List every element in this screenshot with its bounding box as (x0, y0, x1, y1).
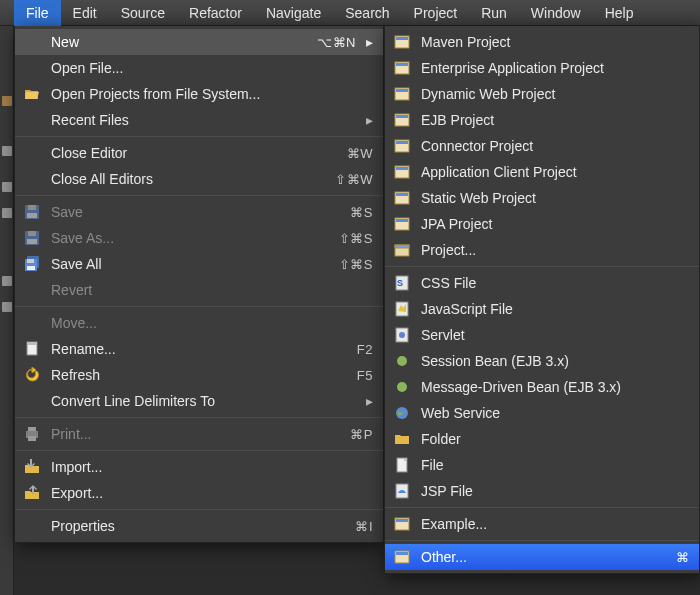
menubar-item-navigate[interactable]: Navigate (254, 0, 333, 26)
wizard-icon (393, 189, 411, 207)
js-file-icon (393, 300, 411, 318)
menu-item-save[interactable]: Save ⌘S (15, 199, 383, 225)
menu-item-label: JSP File (421, 483, 689, 499)
menu-item-recent-files[interactable]: Recent Files ▸ (15, 107, 383, 133)
menu-item-message-driven-bean[interactable]: Message-Driven Bean (EJB 3.x) (385, 374, 699, 400)
blank-icon (23, 314, 41, 332)
servlet-icon (393, 326, 411, 344)
menu-separator (15, 509, 383, 510)
menu-item-revert[interactable]: Revert (15, 277, 383, 303)
menu-item-accelerator: ⌘P (350, 427, 373, 442)
wizard-icon (393, 59, 411, 77)
svg-rect-4 (28, 231, 36, 236)
menubar-item-help[interactable]: Help (593, 0, 646, 26)
menu-separator (15, 450, 383, 451)
menu-item-new[interactable]: New ⌥⌘N ▸ (15, 29, 383, 55)
menu-item-label: Other... (421, 549, 664, 565)
menu-item-label: Recent Files (51, 112, 356, 128)
menu-item-label: Save (51, 204, 338, 220)
svg-rect-9 (27, 266, 35, 270)
menu-item-label: Example... (421, 516, 689, 532)
menu-item-label: Session Bean (EJB 3.x) (421, 353, 689, 369)
import-icon (23, 458, 41, 476)
menu-item-accelerator: F5 (357, 368, 373, 383)
file-menu: New ⌥⌘N ▸ Open File... Open Projects fro… (14, 26, 384, 543)
menu-item-label: File (421, 457, 689, 473)
bean-icon (393, 352, 411, 370)
menu-item-save-all[interactable]: Save All ⇧⌘S (15, 251, 383, 277)
menu-item-properties[interactable]: Properties ⌘I (15, 513, 383, 539)
folder-icon (393, 430, 411, 448)
menu-item-css-file[interactable]: S CSS File (385, 270, 699, 296)
menu-item-accelerator: ⌘W (347, 146, 373, 161)
menubar-item-refactor[interactable]: Refactor (177, 0, 254, 26)
menubar-item-search[interactable]: Search (333, 0, 401, 26)
menu-item-label: Open File... (51, 60, 373, 76)
menu-separator (385, 540, 699, 541)
menu-item-jsp-file[interactable]: JSP File (385, 478, 699, 504)
svg-rect-1 (28, 205, 36, 210)
blank-icon (23, 144, 41, 162)
menu-item-accelerator: ⇧⌘S (339, 231, 373, 246)
menu-item-connector-project[interactable]: Connector Project (385, 133, 699, 159)
menu-item-close-all-editors[interactable]: Close All Editors ⇧⌘W (15, 166, 383, 192)
menu-item-dynamic-web-project[interactable]: Dynamic Web Project (385, 81, 699, 107)
menu-item-js-file[interactable]: JavaScript File (385, 296, 699, 322)
menu-item-convert-line-delimiters[interactable]: Convert Line Delimiters To ▸ (15, 388, 383, 414)
menubar: File Edit Source Refactor Navigate Searc… (0, 0, 700, 26)
menubar-item-project[interactable]: Project (402, 0, 470, 26)
menu-item-jpa-project[interactable]: JPA Project (385, 211, 699, 237)
menu-item-accelerator: ⌘ (676, 550, 690, 565)
svg-rect-5 (27, 239, 37, 244)
menu-item-label: Enterprise Application Project (421, 60, 689, 76)
menu-item-import[interactable]: Import... (15, 454, 383, 480)
menu-separator (15, 195, 383, 196)
menu-item-app-client-project[interactable]: Application Client Project (385, 159, 699, 185)
menu-item-print[interactable]: Print... ⌘P (15, 421, 383, 447)
menu-item-maven-project[interactable]: Maven Project (385, 29, 699, 55)
menubar-item-run[interactable]: Run (469, 0, 519, 26)
submenu-arrow-icon: ▸ (366, 112, 373, 128)
menu-item-open-projects-fs[interactable]: Open Projects from File System... (15, 81, 383, 107)
svg-point-30 (397, 382, 407, 392)
menu-item-example[interactable]: Example... (385, 511, 699, 537)
menu-separator (385, 507, 699, 508)
menu-item-servlet[interactable]: Servlet (385, 322, 699, 348)
menubar-item-source[interactable]: Source (109, 0, 177, 26)
folder-open-icon (23, 85, 41, 103)
menubar-item-file[interactable]: File (14, 0, 61, 26)
menu-item-label: Maven Project (421, 34, 689, 50)
menu-item-file[interactable]: File (385, 452, 699, 478)
menu-item-label: Folder (421, 431, 689, 447)
jsp-file-icon (393, 482, 411, 500)
menu-item-folder[interactable]: Folder (385, 426, 699, 452)
menu-item-move[interactable]: Move... (15, 310, 383, 336)
menu-item-close-editor[interactable]: Close Editor ⌘W (15, 140, 383, 166)
menu-item-other[interactable]: Other... ⌘ (385, 544, 699, 570)
menubar-item-window[interactable]: Window (519, 0, 593, 26)
menu-item-label: JPA Project (421, 216, 689, 232)
menu-item-rename[interactable]: Rename... F2 (15, 336, 383, 362)
menu-item-ejb-project[interactable]: EJB Project (385, 107, 699, 133)
menu-item-label: Properties (51, 518, 343, 534)
menu-item-export[interactable]: Export... (15, 480, 383, 506)
menu-item-accelerator: F2 (357, 342, 373, 357)
wizard-icon (393, 515, 411, 533)
menu-item-session-bean[interactable]: Session Bean (EJB 3.x) (385, 348, 699, 374)
save-as-icon (23, 229, 41, 247)
menubar-item-edit[interactable]: Edit (61, 0, 109, 26)
menu-separator (15, 306, 383, 307)
menu-item-web-service[interactable]: Web Service (385, 400, 699, 426)
menu-item-static-web-project[interactable]: Static Web Project (385, 185, 699, 211)
wizard-icon (393, 548, 411, 566)
menu-item-ear-project[interactable]: Enterprise Application Project (385, 55, 699, 81)
menu-item-save-as[interactable]: Save As... ⇧⌘S (15, 225, 383, 251)
menu-item-open-file[interactable]: Open File... (15, 55, 383, 81)
menu-item-label: Servlet (421, 327, 689, 343)
menu-separator (15, 417, 383, 418)
menu-item-project[interactable]: Project... (385, 237, 699, 263)
svg-rect-23 (395, 245, 409, 248)
menu-item-refresh[interactable]: Refresh F5 (15, 362, 383, 388)
menu-item-label: Rename... (51, 341, 345, 357)
editor-gutter (0, 26, 14, 595)
